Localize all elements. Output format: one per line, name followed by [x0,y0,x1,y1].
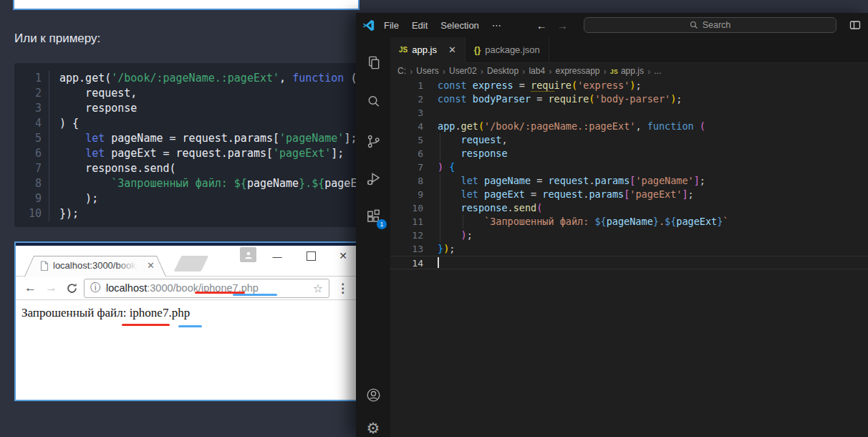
tab-packagejson[interactable]: {} package.json [466,37,549,62]
line-number: 4 [390,120,423,133]
browser-menu-icon[interactable]: ⋮ [337,281,349,296]
back-button[interactable]: ← [24,281,37,295]
line-number: 10 [390,201,423,215]
editor[interactable]: 1const express = require('express');2con… [390,79,868,437]
code-text: let pageName = request.params['pageName'… [423,174,705,188]
breadcrumb-item[interactable]: User02 [449,66,477,76]
search-box[interactable]: Search [584,17,836,33]
browser-tab[interactable]: localhost:3000/book/iph ✕ [24,256,166,277]
annotation-underline-blue-body [178,325,202,327]
activity-bar: 1 ⚙ [356,37,390,437]
url-bar[interactable]: ⓘ localhost:3000/book/iphone7.php ☆ [84,279,329,298]
new-tab-button[interactable] [174,256,209,272]
code-text: `Запрошенный файл: ${pageName}.${pageExt… [49,176,358,191]
extensions-icon[interactable]: 1 [356,205,390,226]
code-line[interactable]: 8 let pageName = request.params['pageNam… [390,174,868,188]
code-line: 10}); [14,206,358,221]
line-number: 10 [14,206,49,221]
code-text: response.send( [49,161,176,176]
code-text: ); [49,191,98,206]
vscode-window: FileEditSelection⋯ ← → Search [356,13,868,437]
layout-icon[interactable] [849,19,861,31]
source-control-icon[interactable] [356,130,390,152]
line-number: 14 [390,256,423,269]
breadcrumb-item[interactable]: JSapp.js [610,66,644,76]
code-line[interactable]: 14 [390,256,868,269]
code-line[interactable]: 12 ); [390,229,868,242]
breadcrumb-separator-icon: › [549,66,551,77]
line-number: 6 [14,146,49,161]
line-number: 2 [390,92,423,106]
line-number: 2 [14,86,49,101]
explorer-icon[interactable] [356,52,390,73]
breadcrumb-item[interactable]: Users [416,66,438,76]
code-text: response [423,147,508,160]
code-text: }); [423,242,455,256]
code-line[interactable]: 1const express = require('express'); [390,79,868,92]
breadcrumb-item[interactable]: ... [654,66,661,76]
code-text: let pageExt = request.params['pageExt']; [423,188,694,201]
code-line: 8 `Запрошенный файл: ${pageName}.${pageE… [14,176,358,191]
tab-appjs[interactable]: JS app.js ✕ [390,37,466,62]
code-line[interactable]: 4app.get('/book/:pageName.:pageExt', fun… [390,120,868,133]
code-text: const bodyParser = require('body-parser'… [423,92,682,106]
browser-screenshot: localhost:3000/book/iph ✕ — ✕ ← → [14,241,357,401]
settings-gear-icon[interactable]: ⚙ [356,418,390,437]
menu-item-file[interactable]: File [377,20,405,31]
code-line[interactable]: 10 response.send( [390,201,868,215]
line-number: 8 [390,174,423,188]
code-line[interactable]: 3 [390,106,868,120]
breadcrumb-item[interactable]: Desktop [487,66,519,76]
code-line[interactable]: 7) { [390,160,868,174]
avatar-button[interactable] [240,247,256,262]
reload-button[interactable] [66,282,78,294]
code-line[interactable]: 2const bodyParser = require('body-parser… [390,92,868,106]
breadcrumb-item[interactable]: lab4 [529,66,545,76]
line-number: 7 [390,160,423,174]
json-file-icon: {} [474,45,481,55]
breadcrumb-item[interactable]: C: [397,66,406,76]
code-text: }); [49,206,79,221]
line-number: 4 [14,116,49,131]
code-line[interactable]: 6 response [390,147,868,160]
run-debug-icon[interactable] [356,168,390,189]
code-text: ) { [423,160,455,174]
tab-bar: JS app.js ✕ {} package.json [390,37,868,63]
text-cursor [438,257,439,268]
code-line[interactable]: 5 request, [390,133,868,147]
line-number: 5 [390,133,423,147]
history-back-icon[interactable]: ← [536,19,547,32]
code-line[interactable]: 9 let pageExt = request.params['pageExt'… [390,188,868,201]
indent-guide [440,133,440,160]
menu-item-selection[interactable]: Selection [434,20,485,31]
input-box-partial[interactable] [13,0,360,10]
account-icon[interactable] [356,384,390,405]
code-line: 3 response [14,101,358,116]
info-icon[interactable]: ⓘ [90,282,100,294]
breadcrumb-separator-icon: › [443,66,445,77]
breadcrumb-separator-icon: › [604,66,607,77]
history-forward-icon[interactable]: → [557,19,568,32]
line-number: 13 [390,242,423,256]
code-text: ); [423,229,473,242]
maximize-button[interactable] [303,249,319,263]
browser-toolbar: ← → ⓘ localhost:3000/book/iphone7.php ☆ … [16,277,356,300]
docs-code-block: 1app.get('/book/:pageName.:pageExt', fun… [14,63,358,227]
docs-heading: Или к примеру: [14,32,100,46]
menu-item-edit[interactable]: Edit [405,20,434,31]
tab-close-icon[interactable]: ✕ [147,260,155,271]
close-button[interactable]: ✕ [335,249,351,263]
minimize-button[interactable]: — [269,249,285,263]
forward-button[interactable]: → [45,281,57,295]
tab-title-fade [116,259,138,274]
line-number: 8 [14,176,49,191]
code-text: request, [423,133,508,147]
code-line: 5 let pageName = request.params['pageNam… [14,131,358,146]
breadcrumb-item[interactable]: expressapp [555,66,599,76]
js-file-icon: JS [610,68,618,75]
tab-close-icon[interactable]: ✕ [448,44,456,55]
menu-item-[interactable]: ⋯ [486,20,508,31]
bookmark-star-icon[interactable]: ☆ [313,282,323,295]
code-line[interactable]: 13}); [390,242,868,256]
search-sidebar-icon[interactable] [356,90,390,112]
